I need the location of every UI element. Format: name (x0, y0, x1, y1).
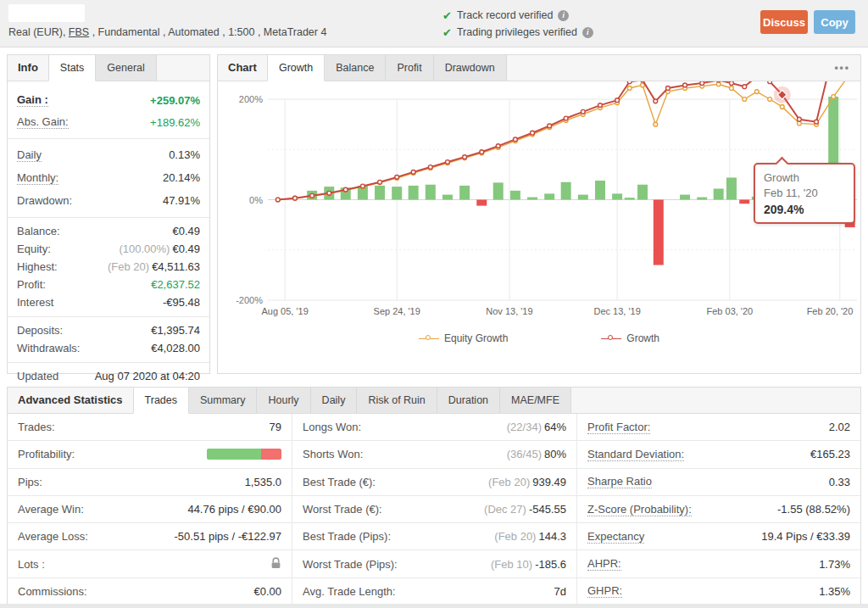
broker-link[interactable]: FBS (69, 26, 89, 38)
info-label[interactable]: Interest (17, 296, 53, 309)
stat-label[interactable]: Best Trade (Pips): (303, 530, 391, 543)
chart-label[interactable]: Chart (218, 55, 267, 81)
info-label[interactable]: Highest: (17, 260, 58, 273)
stat-label[interactable]: Sharpe Ratio (587, 475, 652, 488)
value-main: -185.6 (535, 558, 566, 571)
info-label[interactable]: Updated (17, 370, 58, 382)
stat-value: (Feb 20)939.49 (488, 476, 566, 488)
discuss-button[interactable]: Discuss (760, 10, 808, 34)
stat-cell-ahpr: AHPR:1.73% (577, 550, 860, 577)
profit-bar (493, 182, 504, 199)
info-label[interactable]: Withdrawals: (17, 342, 80, 354)
stats-tab-hourly[interactable]: Hourly (257, 388, 310, 413)
stat-label[interactable]: Best Trade (€): (303, 476, 376, 488)
stat-label[interactable]: Avg. Trade Length: (303, 585, 396, 598)
stat-label[interactable]: Average Loss: (18, 530, 88, 543)
info-label[interactable]: Info (8, 55, 48, 81)
chart-tab-profit[interactable]: Profit (386, 55, 433, 81)
stat-label[interactable]: GHPR: (587, 584, 622, 598)
info-row-drawdown: Drawdown:47.91% (8, 189, 209, 212)
y-axis-tick: 0% (249, 195, 263, 205)
info-label[interactable]: Equity: (17, 243, 51, 255)
stats-tab-summary[interactable]: Summary (189, 388, 257, 413)
equity-growth-point (730, 86, 734, 91)
top-header: Real (EUR), FBS , Fundamental , Automate… (0, 0, 868, 47)
stats-tab-daily[interactable]: Daily (311, 388, 358, 413)
checkmark-icon: ✔ (442, 26, 452, 39)
info-label[interactable]: Daily (17, 148, 42, 162)
info-value: -€95.48 (163, 296, 200, 309)
info-section: Gain :+259.07%Abs. Gain:+189.62% (8, 85, 209, 139)
growth-point (797, 117, 801, 121)
info-label[interactable]: Monthly: (17, 171, 58, 185)
growth-point (463, 155, 467, 159)
stat-label[interactable]: Profitability: (18, 448, 75, 460)
info-label[interactable]: Profit: (17, 278, 46, 291)
info-label[interactable]: Gain : (17, 93, 48, 107)
info-icon[interactable]: i (558, 10, 569, 21)
stat-label[interactable]: Trades: (18, 421, 55, 433)
stats-tab-trades[interactable]: Trades (133, 388, 189, 414)
growth-chart[interactable]: 400%200%0%-200%-400%Aug 05, '19Sep 24, '… (218, 81, 860, 374)
stat-label[interactable]: Standard Deviation: (587, 448, 684, 461)
stat-label[interactable]: Average Win: (18, 503, 84, 516)
info-row-withdrawals: Withdrawals:€4,028.00 (8, 339, 209, 357)
info-icon[interactable]: i (582, 27, 593, 38)
growth-point (730, 81, 734, 85)
chart-tab-balance[interactable]: Balance (325, 55, 386, 81)
stat-cell-average-loss: Average Loss:-50.51 pips / -€122.97 (8, 523, 292, 550)
account-name-redacted (8, 4, 85, 22)
stat-value: (Dec 27)-545.55 (484, 503, 566, 516)
stat-label[interactable]: Shorts Won: (303, 448, 363, 460)
profit-bar (595, 181, 605, 200)
info-label[interactable]: Abs. Gain: (17, 115, 69, 129)
stat-cell-best-trade-pips: Best Trade (Pips):(Feb 20)144.3 (292, 523, 577, 550)
stats-tabbar: Advanced StatisticsTradesSummaryHourlyDa… (8, 388, 860, 414)
trades-statistics-table: Trades:79Longs Won:(22/34)64%Profit Fact… (8, 414, 860, 605)
info-label[interactable]: Drawdown: (17, 194, 72, 207)
stat-label[interactable]: Worst Trade (Pips): (303, 558, 398, 571)
stat-label[interactable]: Worst Trade (€): (303, 503, 382, 516)
stat-value: (22/34)64% (507, 421, 566, 433)
stat-label[interactable]: Lots : (18, 558, 45, 571)
legend-growth[interactable]: Growth (601, 332, 659, 344)
stats-tab-duration[interactable]: Duration (437, 388, 500, 413)
legend-equity-growth[interactable]: Equity Growth (419, 332, 508, 344)
info-tab-stats[interactable]: Stats (48, 55, 97, 81)
value-main: +189.62% (150, 116, 200, 129)
stat-label[interactable]: Commissions: (18, 585, 87, 598)
info-label[interactable]: Balance: (17, 225, 60, 237)
stat-cell-longs-won: Longs Won:(22/34)64% (292, 414, 577, 441)
stats-tab-mae-mfe[interactable]: MAE/MFE (500, 388, 571, 413)
value-main: 939.49 (532, 476, 566, 488)
growth-point (496, 144, 500, 148)
stats-tab-risk-of-ruin[interactable]: Risk of Ruin (357, 388, 437, 413)
tooltip-date: Feb 11, '20 (764, 186, 845, 201)
value-main: 144.3 (538, 530, 566, 543)
profit-bar (409, 186, 419, 200)
info-label[interactable]: Deposits: (17, 324, 63, 337)
value-main: -545.55 (529, 503, 566, 516)
chart-tab-growth[interactable]: Growth (267, 55, 325, 81)
stat-label[interactable]: Pips: (18, 476, 42, 488)
stat-label[interactable]: AHPR: (587, 557, 621, 571)
stat-label[interactable]: Longs Won: (303, 421, 361, 433)
info-row-balance: Balance:€0.49 (8, 222, 209, 240)
stat-cell-commissions: Commissions:€0.00 (8, 578, 292, 605)
equity-growth-point (768, 98, 772, 102)
info-value: (Feb 20)€4,511.63 (108, 260, 200, 273)
equity-growth-point (832, 95, 836, 99)
stat-label[interactable]: Expectancy (587, 530, 644, 544)
stat-label[interactable]: Z-Score (Probability): (587, 503, 692, 516)
lock-icon (270, 557, 281, 572)
stat-label[interactable]: Profit Factor: (587, 421, 650, 434)
chart-menu-icon[interactable]: ••• (834, 55, 850, 81)
copy-button[interactable]: Copy (814, 10, 855, 34)
info-row-updated: UpdatedAug 07 2020 at 04:20 (8, 367, 209, 385)
chart-tab-drawdown[interactable]: Drawdown (434, 55, 507, 81)
stat-cell-pips: Pips:1,535.0 (8, 469, 292, 496)
info-tab-general[interactable]: General (96, 55, 156, 81)
stats-label[interactable]: Advanced Statistics (8, 388, 133, 413)
stat-cell-worst-trade-pips: Worst Trade (Pips):(Feb 10)-185.6 (292, 550, 577, 577)
loss-bar (739, 200, 749, 204)
